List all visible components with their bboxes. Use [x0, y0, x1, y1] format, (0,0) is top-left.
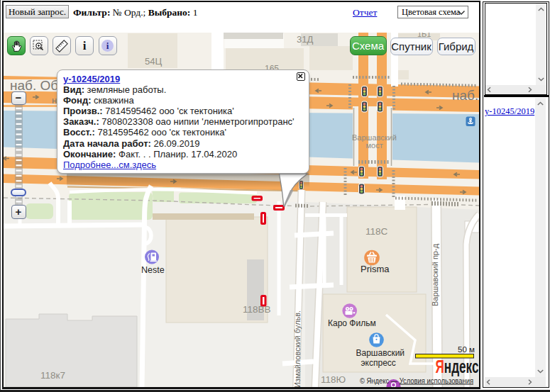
svg-text:Prisma: Prisma — [361, 264, 390, 274]
svg-text:Варшавский: Варшавский — [352, 133, 397, 142]
svg-text:Каро Фильм: Каро Фильм — [328, 318, 376, 328]
svg-text:118С: 118С — [365, 226, 388, 237]
svg-text:Варшавский пр-д: Варшавский пр-д — [431, 243, 439, 306]
svg-text:мост: мост — [366, 141, 383, 150]
svg-text:Яндекс: Яндекс — [436, 356, 479, 377]
svg-text:50 м: 50 м — [458, 345, 475, 354]
svg-text:Измайловский бульв.: Измайловский бульв. — [293, 310, 302, 387]
svg-text:118Ю: 118Ю — [321, 374, 346, 385]
svg-text:31Д: 31Д — [297, 34, 313, 45]
svg-text:© Яндекс — Условия использован: © Яндекс — Условия использования — [360, 376, 473, 385]
svg-text:наб. Об: наб. Об — [10, 78, 58, 93]
svg-text:118к7: 118к7 — [40, 370, 65, 381]
svg-text:54Ц: 54Ц — [145, 56, 162, 67]
svg-text:экспресс: экспресс — [361, 358, 396, 368]
svg-text:наб.: наб. — [452, 88, 478, 103]
svg-text:118ВВ: 118ВВ — [243, 304, 271, 315]
svg-text:Neste: Neste — [141, 265, 165, 275]
svg-text:Варшавский: Варшавский — [356, 348, 405, 358]
